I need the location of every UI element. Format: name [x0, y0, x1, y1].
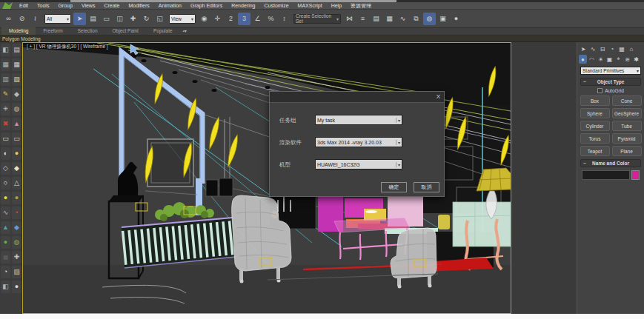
ribbon-tool-icon[interactable]: ▨ [12, 266, 21, 278]
helpers-icon[interactable]: ⌖ [614, 55, 623, 64]
ribbon-tool-icon[interactable]: △ [12, 177, 21, 189]
primitive-button[interactable]: Cone [612, 95, 642, 106]
ribbon-tool-icon[interactable]: ● [1, 236, 10, 249]
menu-item[interactable]: Modifiers [124, 2, 153, 10]
ribbon-tool-icon[interactable]: • [12, 206, 21, 219]
select-and-manipulate-icon[interactable]: ✛ [211, 13, 224, 25]
render-software-dropdown[interactable]: 3ds Max 2014 -vray 3.20.03▾ [315, 137, 402, 147]
display-tab-icon[interactable]: ▦ [617, 44, 626, 53]
unlink-selection-icon[interactable]: ⊘ [16, 13, 28, 25]
object-color-swatch[interactable] [631, 170, 640, 180]
ribbon-tool-icon[interactable]: ● [12, 192, 21, 204]
spinner-snap-icon[interactable]: ↕ [278, 13, 291, 25]
ribbon-minimize-icon[interactable]: ▪▾ [180, 27, 190, 35]
select-and-scale-icon[interactable]: ◱ [153, 13, 166, 25]
ribbon-tool-icon[interactable]: ∿ [1, 206, 10, 219]
menu-item[interactable]: Customize [259, 2, 293, 10]
ribbon-tab[interactable]: Populate [146, 27, 180, 35]
angle-snap-icon[interactable]: ∠ [251, 13, 264, 25]
ribbon-tool-icon[interactable]: ◍ [12, 103, 21, 115]
geometry-icon[interactable]: ● [579, 55, 587, 64]
viewport-label[interactable]: [ + ] [ VR 物理摄像机30 ] [ Wireframe ] [27, 44, 108, 50]
ribbon-tab[interactable]: Freeform [36, 27, 70, 35]
task-group-dropdown[interactable]: My task▾ [315, 115, 402, 125]
cancel-button[interactable]: 取消 [414, 182, 439, 192]
ribbon-tool-icon[interactable]: ▭ [12, 132, 21, 145]
ribbon-tool-icon[interactable]: ▦ [1, 58, 10, 71]
menu-item[interactable]: Help [327, 2, 346, 10]
ribbon-tab[interactable]: Object Paint [105, 27, 146, 35]
menu-item[interactable]: Tools [33, 2, 53, 10]
snap-toggle-3d-icon[interactable]: 3 [238, 13, 250, 25]
ribbon-tool-icon[interactable]: ▲ [12, 118, 21, 130]
create-tab-icon[interactable]: ➤ [579, 44, 588, 53]
ribbon-tool-icon[interactable]: ▤ [12, 44, 21, 56]
polygon-modeling-bar[interactable]: Polygon Modeling [0, 36, 644, 42]
utilities-tab-icon[interactable]: ⌂ [627, 44, 636, 53]
machine-type-dropdown[interactable]: HUAWEI_16C32G▾ [315, 159, 402, 169]
primitive-button[interactable]: Teapot [580, 146, 610, 156]
primitive-button[interactable]: Torus [580, 133, 610, 144]
select-and-link-icon[interactable]: ∞ [2, 13, 15, 25]
autogrid-checkbox[interactable] [597, 88, 602, 93]
systems-icon[interactable]: ✱ [632, 55, 640, 64]
selection-filter-dropdown[interactable]: All▾ [44, 14, 71, 24]
rectangular-selection-region-icon[interactable]: ▭ [100, 13, 113, 25]
ribbon-tool-icon[interactable]: ◐ [1, 147, 10, 160]
render-production-icon[interactable]: ● [450, 13, 462, 25]
dialog-title-bar[interactable]: X [270, 92, 444, 103]
ribbon-tool-icon[interactable]: ✎ [1, 88, 10, 101]
ribbon-tab[interactable]: Selection [70, 27, 105, 35]
ribbon-tool-icon[interactable]: ▨ [12, 73, 21, 86]
object-type-rollout[interactable]: – Object Type [580, 78, 641, 86]
menu-item[interactable]: MAXScript [293, 2, 327, 10]
use-pivot-point-icon[interactable]: ◉ [198, 13, 210, 25]
primitive-button[interactable]: Cylinder [580, 121, 610, 131]
menu-item[interactable]: Views [77, 2, 100, 10]
space-warps-icon[interactable]: ≋ [623, 55, 631, 64]
ribbon-tool-icon[interactable]: ▥ [1, 73, 10, 86]
menu-item[interactable]: Graph Editors [186, 2, 227, 10]
lights-icon[interactable]: ☀ [597, 55, 605, 64]
align-icon[interactable]: ≡ [356, 13, 369, 25]
primitive-button[interactable]: Plane [612, 146, 642, 156]
motion-tab-icon[interactable]: ◔ [608, 44, 617, 53]
ribbon-tool-icon[interactable]: ● [1, 192, 10, 204]
name-color-rollout[interactable]: – Name and Color [580, 159, 641, 167]
ribbon-tool-icon[interactable]: ✖ [1, 118, 10, 130]
select-and-rotate-icon[interactable]: ↻ [140, 13, 153, 25]
render-setup-icon[interactable]: ◍ [423, 13, 436, 25]
menu-item[interactable]: Edit [15, 2, 33, 10]
close-icon[interactable]: X [436, 93, 440, 101]
hierarchy-tab-icon[interactable]: ⊟ [598, 44, 607, 53]
ribbon-tool-icon[interactable]: ● [12, 147, 21, 160]
object-name-field[interactable] [582, 170, 630, 180]
primitive-button[interactable]: Pyramid [612, 133, 642, 144]
menu-item[interactable]: Animation [154, 2, 186, 10]
ribbon-tool-icon[interactable]: ▲ [1, 221, 10, 234]
ribbon-tool-icon[interactable]: ◔ [1, 266, 10, 278]
menu-item[interactable]: 资源管理 [346, 2, 376, 10]
ribbon-tool-icon[interactable]: ✳ [1, 103, 10, 115]
shapes-icon[interactable]: ◠ [588, 55, 596, 64]
ribbon-tool-icon[interactable]: ○ [1, 177, 10, 189]
object-class-dropdown[interactable]: Standard Primitives▾ [580, 67, 641, 75]
rendered-frame-icon[interactable]: ▣ [436, 13, 449, 25]
select-by-name-icon[interactable]: ▤ [87, 13, 99, 25]
cameras-icon[interactable]: ▣ [605, 55, 614, 64]
select-object-icon[interactable]: ➤ [73, 13, 86, 25]
primitive-button[interactable]: Tube [612, 121, 642, 131]
ribbon-tool-icon[interactable]: ◆ [12, 162, 21, 175]
mirror-icon[interactable]: ⋈ [343, 13, 356, 25]
schematic-view-icon[interactable]: ⧉ [410, 13, 422, 25]
graphite-ribbon-icon[interactable]: ▦ [383, 13, 396, 25]
menu-item[interactable]: Create [99, 2, 124, 10]
menu-item[interactable]: Group [53, 2, 76, 10]
select-and-move-icon[interactable]: ✚ [127, 13, 139, 25]
ribbon-tool-icon[interactable]: ✚ [12, 251, 21, 263]
percent-snap-icon[interactable]: % [265, 13, 277, 25]
layer-manager-icon[interactable]: ▤ [370, 13, 382, 25]
ribbon-tool-icon[interactable]: ◆ [12, 88, 21, 101]
ribbon-tool-icon[interactable]: ◆ [12, 221, 21, 234]
window-crossing-icon[interactable]: ◫ [113, 13, 126, 25]
